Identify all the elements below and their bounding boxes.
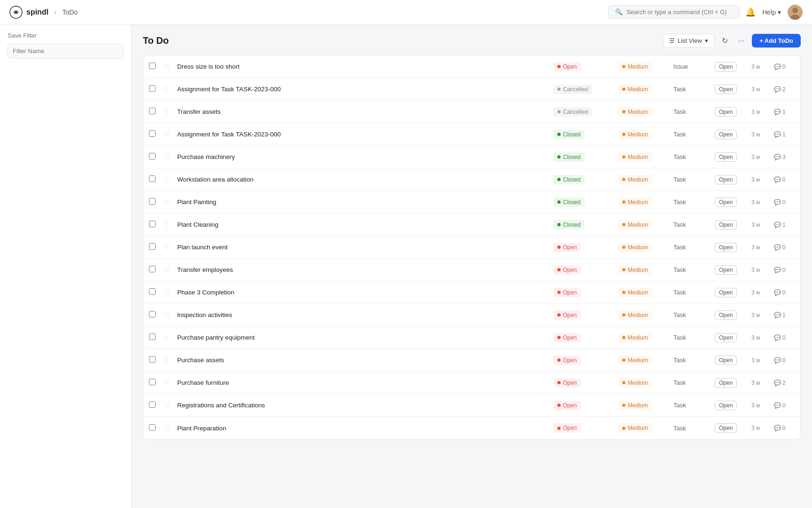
task-assignee[interactable]: Open bbox=[715, 243, 748, 252]
favorite-icon[interactable]: ♡ bbox=[164, 266, 173, 274]
task-assignee[interactable]: Open bbox=[715, 198, 748, 207]
task-status[interactable]: Cancelled bbox=[553, 107, 614, 117]
search-bar[interactable]: 🔍 bbox=[608, 5, 740, 19]
task-status[interactable]: Open bbox=[553, 310, 614, 320]
task-status[interactable]: Open bbox=[553, 62, 614, 71]
more-options-button[interactable]: ··· bbox=[735, 35, 747, 47]
task-assignee[interactable]: Open bbox=[715, 288, 748, 297]
row-checkbox[interactable] bbox=[149, 356, 156, 363]
row-checkbox[interactable] bbox=[149, 243, 156, 250]
row-checkbox-wrapper[interactable] bbox=[149, 333, 160, 341]
row-checkbox-wrapper[interactable] bbox=[149, 175, 160, 183]
row-checkbox[interactable] bbox=[149, 379, 156, 385]
task-priority[interactable]: Medium bbox=[618, 175, 670, 184]
row-checkbox[interactable] bbox=[149, 63, 156, 69]
row-checkbox-wrapper[interactable] bbox=[149, 198, 160, 206]
task-assignee[interactable]: Open bbox=[715, 333, 748, 342]
favorite-icon[interactable]: ♡ bbox=[164, 334, 173, 341]
task-status[interactable]: Cancelled bbox=[553, 85, 614, 94]
task-assignee[interactable]: Open bbox=[715, 175, 748, 184]
refresh-button[interactable]: ↻ bbox=[719, 34, 731, 47]
row-checkbox[interactable] bbox=[149, 108, 156, 114]
row-checkbox-wrapper[interactable] bbox=[149, 108, 160, 116]
task-assignee[interactable]: Open bbox=[715, 62, 748, 71]
task-priority[interactable]: Medium bbox=[618, 401, 670, 410]
task-status[interactable]: Closed bbox=[553, 175, 614, 184]
row-checkbox[interactable] bbox=[149, 198, 156, 205]
task-priority[interactable]: Medium bbox=[618, 130, 670, 139]
row-checkbox-wrapper[interactable] bbox=[149, 311, 160, 319]
favorite-icon[interactable]: ♡ bbox=[164, 63, 173, 71]
task-status[interactable]: Closed bbox=[553, 130, 614, 139]
task-status[interactable]: Open bbox=[553, 378, 614, 388]
task-assignee[interactable]: Open bbox=[715, 401, 748, 410]
row-checkbox[interactable] bbox=[149, 130, 156, 137]
task-priority[interactable]: Medium bbox=[618, 220, 670, 230]
row-checkbox-wrapper[interactable] bbox=[149, 424, 160, 432]
task-priority[interactable]: Medium bbox=[618, 423, 670, 433]
task-status[interactable]: Open bbox=[553, 288, 614, 297]
task-assignee[interactable]: Open bbox=[715, 265, 748, 275]
row-checkbox-wrapper[interactable] bbox=[149, 221, 160, 229]
favorite-icon[interactable]: ♡ bbox=[164, 108, 173, 116]
row-checkbox-wrapper[interactable] bbox=[149, 130, 160, 138]
help-button[interactable]: Help ▾ bbox=[762, 8, 781, 16]
bell-icon[interactable]: 🔔 bbox=[745, 7, 756, 17]
avatar[interactable] bbox=[788, 5, 803, 20]
row-checkbox[interactable] bbox=[149, 175, 156, 182]
favorite-icon[interactable]: ♡ bbox=[164, 131, 173, 138]
row-checkbox[interactable] bbox=[149, 311, 156, 318]
logo[interactable]: spindl bbox=[9, 6, 48, 19]
row-checkbox[interactable] bbox=[149, 153, 156, 159]
favorite-icon[interactable]: ♡ bbox=[164, 221, 173, 229]
favorite-icon[interactable]: ♡ bbox=[164, 424, 173, 432]
list-view-button[interactable]: ☰ List View ▾ bbox=[663, 34, 714, 48]
row-checkbox-wrapper[interactable] bbox=[149, 288, 160, 296]
row-checkbox[interactable] bbox=[149, 85, 156, 92]
row-checkbox[interactable] bbox=[149, 424, 156, 431]
favorite-icon[interactable]: ♡ bbox=[164, 86, 173, 93]
favorite-icon[interactable]: ♡ bbox=[164, 176, 173, 183]
task-assignee[interactable]: Open bbox=[715, 356, 748, 365]
favorite-icon[interactable]: ♡ bbox=[164, 311, 173, 319]
task-priority[interactable]: Medium bbox=[618, 62, 670, 71]
filter-name-input[interactable] bbox=[8, 44, 124, 58]
task-priority[interactable]: Medium bbox=[618, 378, 670, 388]
search-input[interactable] bbox=[626, 8, 733, 16]
task-priority[interactable]: Medium bbox=[618, 198, 670, 207]
row-checkbox-wrapper[interactable] bbox=[149, 401, 160, 409]
task-priority[interactable]: Medium bbox=[618, 107, 670, 117]
row-checkbox-wrapper[interactable] bbox=[149, 266, 160, 274]
row-checkbox-wrapper[interactable] bbox=[149, 63, 160, 71]
task-status[interactable]: Open bbox=[553, 356, 614, 365]
favorite-icon[interactable]: ♡ bbox=[164, 244, 173, 251]
row-checkbox-wrapper[interactable] bbox=[149, 153, 160, 161]
task-status[interactable]: Closed bbox=[553, 220, 614, 230]
task-priority[interactable]: Medium bbox=[618, 356, 670, 365]
row-checkbox-wrapper[interactable] bbox=[149, 379, 160, 387]
favorite-icon[interactable]: ♡ bbox=[164, 198, 173, 206]
row-checkbox[interactable] bbox=[149, 266, 156, 272]
task-assignee[interactable]: Open bbox=[715, 310, 748, 320]
task-assignee[interactable]: Open bbox=[715, 85, 748, 94]
task-priority[interactable]: Medium bbox=[618, 152, 670, 162]
favorite-icon[interactable]: ♡ bbox=[164, 379, 173, 387]
row-checkbox-wrapper[interactable] bbox=[149, 356, 160, 364]
task-assignee[interactable]: Open bbox=[715, 378, 748, 388]
task-status[interactable]: Open bbox=[553, 243, 614, 252]
favorite-icon[interactable]: ♡ bbox=[164, 153, 173, 161]
row-checkbox[interactable] bbox=[149, 333, 156, 340]
task-assignee[interactable]: Open bbox=[715, 107, 748, 117]
row-checkbox-wrapper[interactable] bbox=[149, 85, 160, 93]
favorite-icon[interactable]: ♡ bbox=[164, 289, 173, 296]
task-status[interactable]: Open bbox=[553, 423, 614, 433]
row-checkbox[interactable] bbox=[149, 401, 156, 408]
row-checkbox[interactable] bbox=[149, 221, 156, 227]
task-priority[interactable]: Medium bbox=[618, 333, 670, 342]
task-assignee[interactable]: Open bbox=[715, 423, 748, 433]
row-checkbox[interactable] bbox=[149, 288, 156, 295]
task-priority[interactable]: Medium bbox=[618, 85, 670, 94]
add-todo-button[interactable]: + Add ToDo bbox=[752, 34, 801, 48]
task-priority[interactable]: Medium bbox=[618, 288, 670, 297]
task-priority[interactable]: Medium bbox=[618, 265, 670, 275]
